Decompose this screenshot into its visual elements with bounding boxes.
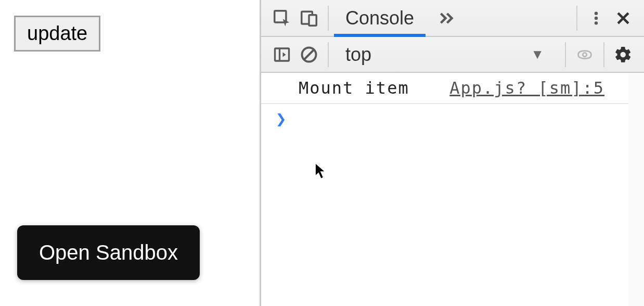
- chevron-down-icon: ▼: [531, 46, 544, 62]
- console-prompt[interactable]: ❯: [261, 104, 644, 133]
- device-toggle-icon[interactable]: [295, 5, 323, 32]
- inspect-element-icon[interactable]: [268, 5, 295, 32]
- svg-line-9: [304, 50, 314, 59]
- devtools-pane: Console: [261, 0, 644, 306]
- tab-console[interactable]: Console: [334, 0, 426, 36]
- live-expression-icon[interactable]: [571, 41, 598, 68]
- context-selector[interactable]: top ▼: [334, 44, 560, 66]
- log-message: Mount item: [299, 78, 449, 98]
- log-source-link[interactable]: App.js? [sm]:5: [449, 78, 604, 98]
- toolbar-separator: [328, 6, 329, 31]
- context-selector-label: top: [345, 44, 371, 66]
- svg-rect-6: [275, 48, 289, 61]
- scrollbar[interactable]: [628, 73, 644, 306]
- clear-console-icon[interactable]: [295, 41, 323, 68]
- open-sandbox-button[interactable]: Open Sandbox: [17, 225, 200, 280]
- toolbar-separator: [603, 42, 604, 67]
- chevron-double-right-icon[interactable]: [433, 5, 460, 32]
- prompt-caret-icon: ❯: [276, 108, 286, 129]
- sidebar-toggle-icon[interactable]: [268, 41, 295, 68]
- console-log-row: Mount item App.js? [sm]:5: [261, 73, 644, 104]
- close-icon[interactable]: [610, 5, 637, 32]
- gear-icon[interactable]: [610, 41, 637, 68]
- svg-point-5: [595, 21, 598, 24]
- kebab-menu-icon[interactable]: [583, 5, 610, 32]
- svg-point-4: [595, 16, 598, 19]
- console-toolbar: top ▼: [261, 37, 644, 73]
- toolbar-separator: [565, 42, 566, 67]
- update-button[interactable]: update: [14, 16, 100, 52]
- console-output: Mount item App.js? [sm]:5 ❯: [261, 73, 644, 306]
- app-preview-pane: update Open Sandbox: [0, 0, 260, 306]
- svg-point-3: [595, 11, 598, 15]
- devtools-main-toolbar: Console: [261, 0, 644, 37]
- svg-rect-2: [309, 15, 316, 26]
- svg-point-10: [583, 53, 587, 57]
- toolbar-separator: [576, 6, 577, 31]
- toolbar-separator: [328, 42, 329, 67]
